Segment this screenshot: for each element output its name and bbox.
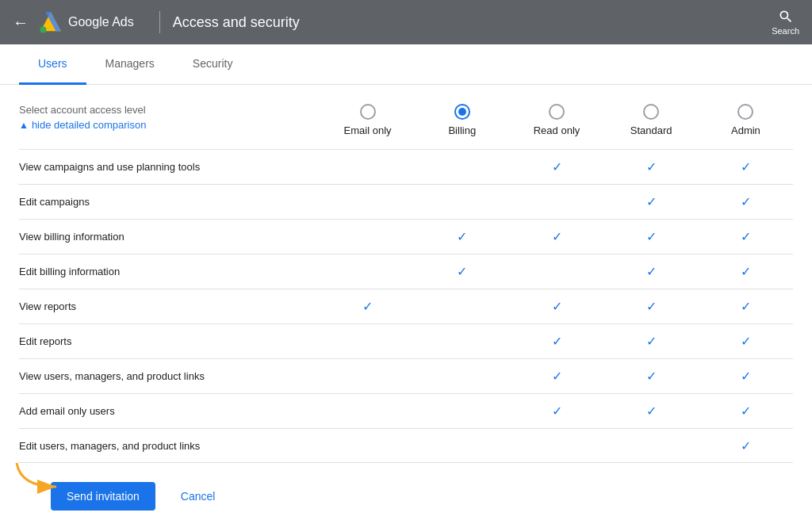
check-icon: ✓ (552, 404, 562, 419)
back-button[interactable]: ← (13, 13, 29, 32)
row-cell (320, 430, 415, 461)
tab-managers[interactable]: Managers (86, 44, 174, 85)
check-icon: ✓ (741, 264, 751, 279)
row-cells: ✓✓ (320, 186, 793, 217)
radio-admin-label: Admin (731, 124, 760, 136)
radio-read-only[interactable]: Read only (509, 104, 603, 136)
row-cells: ✓✓✓✓ (320, 221, 793, 252)
svg-point-2 (40, 27, 46, 33)
row-cell: ✓ (604, 291, 699, 322)
check-icon: ✓ (741, 299, 751, 314)
radio-options-group: Email only Billing Read only Standard Ad… (320, 104, 793, 136)
row-cell: ✓ (699, 361, 793, 392)
check-icon: ✓ (646, 194, 657, 209)
row-cells: ✓✓✓ (320, 256, 793, 287)
row-cell: ✓ (699, 396, 793, 426)
row-cell (509, 186, 603, 217)
row-cells: ✓✓✓✓ (320, 291, 793, 322)
row-label: Add email only users (19, 397, 320, 425)
search-label: Search (772, 26, 799, 36)
row-cell (320, 221, 415, 252)
row-cell (320, 396, 415, 426)
access-level-section: Select account access level ▲ hide detai… (19, 104, 793, 136)
table-row: Edit campaigns✓✓ (19, 184, 793, 219)
check-icon: ✓ (552, 334, 562, 349)
check-icon: ✓ (552, 229, 562, 244)
comparison-table: View campaigns and use planning tools✓✓✓… (19, 149, 793, 463)
row-cell (415, 186, 509, 217)
table-row: Add email only users✓✓✓ (19, 393, 793, 428)
row-label: View campaigns and use planning tools (19, 153, 320, 181)
row-cell: ✓ (415, 256, 509, 287)
search-icon (778, 9, 794, 25)
row-cell: ✓ (699, 186, 793, 217)
google-ads-logo-icon (38, 10, 63, 35)
check-icon: ✓ (741, 438, 751, 453)
row-label: View users, managers, and product links (19, 362, 320, 390)
row-cell (415, 396, 509, 426)
app-logo: Google Ads (38, 10, 134, 35)
check-icon: ✓ (646, 369, 657, 384)
row-cell: ✓ (509, 361, 603, 392)
row-cell: ✓ (604, 151, 699, 182)
radio-standard[interactable]: Standard (604, 104, 699, 136)
hide-comparison-text: hide detailed comparison (32, 119, 147, 131)
check-icon: ✓ (741, 334, 751, 349)
check-icon: ✓ (646, 229, 657, 244)
tab-users[interactable]: Users (19, 44, 86, 85)
cancel-button[interactable]: Cancel (168, 482, 228, 511)
chevron-up-icon: ▲ (19, 120, 29, 131)
check-icon: ✓ (552, 299, 562, 314)
row-cell: ✓ (604, 256, 699, 287)
row-label: View billing information (19, 223, 320, 251)
check-icon: ✓ (552, 369, 562, 384)
row-cells: ✓✓✓ (320, 326, 793, 357)
tab-security[interactable]: Security (174, 44, 252, 85)
row-cell: ✓ (604, 396, 699, 426)
radio-read-only-circle (549, 104, 565, 120)
search-button[interactable]: Search (772, 9, 799, 36)
main-container: Users Managers Security Select account a… (0, 44, 812, 524)
row-cell (320, 256, 415, 287)
app-header: ← Google Ads Access and security Search (0, 0, 812, 44)
row-cell: ✓ (699, 291, 793, 322)
row-cell: ✓ (699, 151, 793, 182)
footer-actions: Send invitation Cancel (0, 463, 812, 524)
row-cell: ✓ (509, 396, 603, 426)
row-cell (415, 361, 509, 392)
row-cell (415, 326, 509, 357)
radio-standard-circle (643, 104, 659, 120)
row-cell: ✓ (699, 430, 793, 461)
row-cell: ✓ (604, 221, 699, 252)
check-icon: ✓ (457, 264, 467, 279)
row-cell: ✓ (509, 221, 603, 252)
row-cell: ✓ (604, 186, 699, 217)
row-cell: ✓ (509, 291, 603, 322)
tab-bar: Users Managers Security (0, 44, 812, 85)
check-icon: ✓ (646, 159, 657, 174)
row-cell: ✓ (509, 151, 603, 182)
row-cell: ✓ (699, 256, 793, 287)
row-cell: ✓ (604, 361, 699, 392)
row-cells: ✓✓✓ (320, 151, 793, 182)
radio-email-only-circle (360, 104, 376, 120)
check-icon: ✓ (741, 194, 751, 209)
radio-admin[interactable]: Admin (699, 104, 793, 136)
row-cell: ✓ (415, 221, 509, 252)
radio-billing[interactable]: Billing (415, 104, 509, 136)
hide-comparison-link[interactable]: ▲ hide detailed comparison (19, 119, 320, 131)
select-access-label: Select account access level (19, 104, 320, 116)
table-row: Edit billing information✓✓✓ (19, 254, 793, 289)
app-name: Google Ads (68, 15, 134, 29)
row-cells: ✓✓✓ (320, 396, 793, 426)
table-row: View billing information✓✓✓✓ (19, 219, 793, 254)
radio-email-only[interactable]: Email only (320, 104, 415, 136)
row-label: Edit campaigns (19, 188, 320, 216)
row-cell: ✓ (509, 326, 603, 357)
table-row: View users, managers, and product links✓… (19, 358, 793, 393)
check-icon: ✓ (646, 299, 657, 314)
check-icon: ✓ (552, 159, 562, 174)
row-cells: ✓ (320, 430, 793, 461)
page-title: Access and security (173, 14, 772, 31)
row-label: Edit billing information (19, 258, 320, 285)
